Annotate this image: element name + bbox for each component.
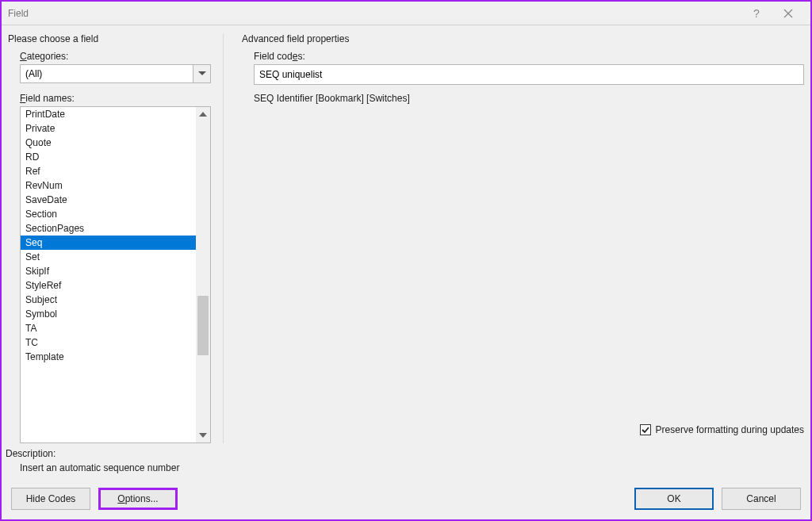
- list-item[interactable]: StyleRef: [21, 278, 196, 293]
- list-item[interactable]: Subject: [21, 293, 196, 307]
- field-codes-input[interactable]: [254, 64, 804, 85]
- options-button[interactable]: Options...: [98, 488, 178, 510]
- field-names-label: Field names:: [6, 93, 219, 106]
- ok-button[interactable]: OK: [634, 488, 714, 510]
- list-item[interactable]: Template: [21, 350, 196, 364]
- field-dialog: Field ? Please choose a field Categories…: [0, 0, 812, 521]
- preserve-formatting-row: Preserve formatting during updates: [239, 424, 804, 443]
- left-pane: Please choose a field Categories: Field …: [6, 33, 224, 443]
- close-icon[interactable]: [772, 2, 804, 25]
- list-item[interactable]: SkipIf: [21, 264, 196, 278]
- scroll-track[interactable]: [196, 121, 210, 428]
- scroll-up-icon[interactable]: [196, 107, 210, 121]
- chevron-down-icon[interactable]: [193, 65, 210, 82]
- list-item[interactable]: Seq: [21, 236, 196, 250]
- preserve-formatting-label: Preserve formatting during updates: [656, 424, 804, 435]
- list-item[interactable]: Private: [21, 121, 196, 136]
- right-pane: Advanced field properties Field codes: S…: [224, 33, 810, 443]
- scroll-down-icon[interactable]: [196, 428, 210, 442]
- field-codes-syntax: SEQ Identifier [Bookmark] [Switches]: [239, 93, 804, 104]
- list-item[interactable]: RD: [21, 150, 196, 164]
- description-block: Description: Insert an automatic sequenc…: [2, 443, 810, 488]
- list-item[interactable]: Symbol: [21, 307, 196, 321]
- categories-value[interactable]: [21, 65, 193, 82]
- categories-label: Categories:: [6, 51, 219, 64]
- advanced-heading: Advanced field properties: [239, 33, 804, 51]
- list-item[interactable]: TA: [21, 321, 196, 335]
- hide-codes-button[interactable]: Hide Codes: [11, 488, 90, 510]
- help-icon[interactable]: ?: [741, 2, 772, 25]
- cancel-button[interactable]: Cancel: [722, 488, 801, 510]
- list-item[interactable]: Section: [21, 207, 196, 221]
- dialog-title: Field: [8, 8, 29, 19]
- list-item[interactable]: SaveDate: [21, 193, 196, 207]
- list-item[interactable]: TC: [21, 335, 196, 350]
- description-label: Description:: [6, 448, 810, 462]
- description-text: Insert an automatic sequence number: [6, 462, 810, 488]
- list-item[interactable]: Set: [21, 250, 196, 264]
- field-codes-label: Field codes:: [239, 51, 804, 64]
- field-names-items[interactable]: PrintDatePrivateQuoteRDRefRevNumSaveDate…: [21, 107, 196, 442]
- list-item[interactable]: SectionPages: [21, 221, 196, 236]
- dialog-body: Please choose a field Categories: Field …: [2, 25, 810, 443]
- categories-combo[interactable]: [20, 64, 211, 83]
- list-item[interactable]: PrintDate: [21, 107, 196, 121]
- preserve-formatting-checkbox[interactable]: [640, 424, 651, 435]
- list-item[interactable]: Ref: [21, 164, 196, 178]
- field-names-listbox[interactable]: PrintDatePrivateQuoteRDRefRevNumSaveDate…: [20, 106, 211, 443]
- list-item[interactable]: Quote: [21, 136, 196, 150]
- choose-field-heading: Please choose a field: [6, 33, 219, 51]
- dialog-footer: Hide Codes Options... OK Cancel: [2, 488, 810, 519]
- listbox-scrollbar[interactable]: [196, 107, 210, 442]
- titlebar: Field ?: [2, 2, 810, 25]
- list-item[interactable]: RevNum: [21, 178, 196, 193]
- scroll-thumb[interactable]: [197, 296, 209, 355]
